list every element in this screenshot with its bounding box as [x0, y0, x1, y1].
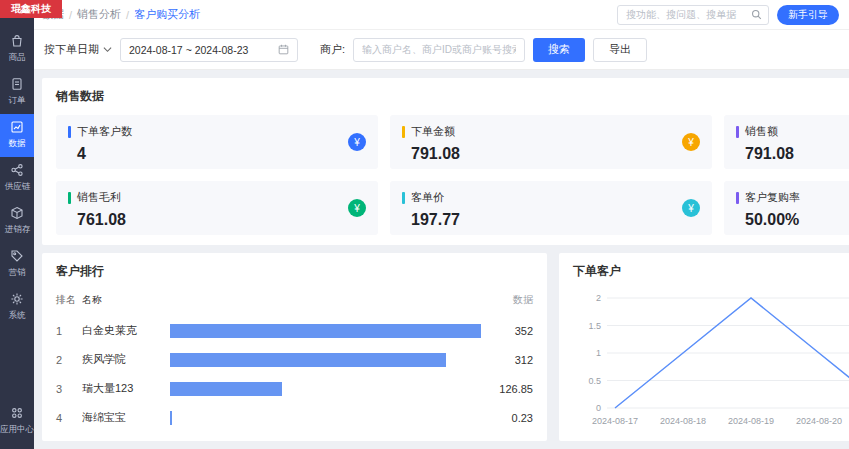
supply-icon: [10, 163, 24, 177]
ranking-col-rank: 排名: [56, 293, 82, 307]
breadcrumb-item[interactable]: 销售分析: [77, 7, 121, 22]
ranking-bar: [170, 382, 282, 396]
sidebar-item-label: 进销存: [4, 223, 30, 235]
sidebar-item-订单[interactable]: 订单: [0, 71, 34, 114]
ranking-row: 1白金史莱克352: [56, 316, 533, 345]
filter-bar: 按下单日期 2024-08-17 ~ 2024-08-23 商户: 搜索 导出: [34, 30, 849, 70]
sidebar-item-营销[interactable]: 营销: [0, 243, 34, 286]
logo: 琨鑫科技: [0, 0, 62, 18]
kpi-tile-header: 下单金额: [402, 124, 700, 139]
ranking-name: 海绵宝宝: [82, 410, 170, 425]
kpi-tile-header: 销售毛利: [68, 190, 366, 205]
order-icon: [10, 77, 24, 91]
sidebar-item-系统[interactable]: 系统: [0, 286, 34, 329]
kpi-tile-5: 客单价¥197.77: [390, 181, 712, 235]
sidebar-item-进销存[interactable]: 进销存: [0, 200, 34, 243]
sidebar-item-供应链[interactable]: 供应链: [0, 157, 34, 200]
kpi-label: 客单价: [411, 190, 444, 205]
inventory-icon: [10, 206, 24, 220]
date-range-input[interactable]: 2024-08-17 ~ 2024-08-23: [120, 38, 298, 62]
ranking-bar: [170, 411, 172, 425]
breadcrumb-separator: /: [126, 9, 129, 21]
sidebar-item-label: 订单: [8, 94, 25, 106]
global-search-input[interactable]: [624, 8, 751, 21]
kpi-tiles: 下单客户数¥4下单金额¥791.08销售额¥791.08销售毛利¥761.08客…: [56, 115, 849, 235]
ranking-col-name: 名称: [82, 293, 170, 307]
sidebar-item-数据[interactable]: 数据: [0, 114, 34, 157]
order-customers-title: 下单客户: [573, 263, 849, 280]
search-button[interactable]: 搜索: [533, 38, 585, 62]
sidebar-item-label: 商品: [8, 51, 25, 63]
avg-order-value-icon: ¥: [682, 199, 700, 217]
ranking-table-body: 1白金史莱克3522疾风学院3123瑞大量123126.854海绵宝宝0.23: [56, 316, 533, 432]
ranking-rank: 3: [56, 383, 82, 395]
ranking-table-header: 排名名称数据: [56, 290, 533, 316]
sales-data-card: 销售数据 下单客户数¥4下单金额¥791.08销售额¥791.08销售毛利¥76…: [42, 78, 849, 245]
kpi-accent-bar: [402, 192, 405, 204]
chart-xtick-label: 2024-08-19: [728, 416, 774, 426]
order-customers-card: 下单客户 00.511.522024-08-172024-08-182024-0…: [559, 253, 849, 441]
sidebar-item-label: 数据: [8, 137, 25, 149]
kpi-tile-header: 下单客户数: [68, 124, 366, 139]
kpi-label: 销售额: [745, 124, 778, 139]
kpi-label: 客户复购率: [745, 190, 800, 205]
sidebar-item-label: 营销: [8, 266, 25, 278]
customers-count-icon: ¥: [348, 133, 366, 151]
kpi-value: 791.08: [411, 145, 700, 163]
kpi-label: 销售毛利: [77, 190, 121, 205]
ranking-bar-track: [170, 324, 481, 338]
breadcrumb-separator: /: [69, 9, 72, 21]
ranking-value: 352: [481, 325, 533, 337]
chevron-down-icon: [103, 45, 112, 54]
search-icon[interactable]: [751, 9, 762, 20]
ranking-bar-track: [170, 353, 481, 367]
date-range-value: 2024-08-17 ~ 2024-08-23: [129, 44, 248, 56]
global-search-box[interactable]: [617, 5, 769, 25]
guide-button[interactable]: 新手引导: [777, 5, 839, 25]
ranking-row: 2疾风学院312: [56, 345, 533, 374]
main-area: 数据/销售分析/客户购买分析 新手引导 按下单日期 2024-08-17 ~ 2…: [34, 0, 849, 449]
apps-icon: [10, 406, 24, 420]
marketing-icon: [10, 249, 24, 263]
kpi-value: 50.00%: [745, 211, 849, 229]
system-icon: [10, 292, 24, 306]
chart-xtick-label: 2024-08-17: [592, 416, 638, 426]
ranking-name: 白金史莱克: [82, 323, 170, 338]
ranking-bar-track: [170, 411, 481, 425]
kpi-accent-bar: [402, 126, 405, 138]
chart-ytick-label: 0: [596, 403, 601, 413]
ranking-bar: [170, 353, 446, 367]
data-icon: [10, 120, 24, 134]
sidebar: 商品订单数据供应链进销存营销系统 应用中心: [0, 0, 34, 449]
kpi-accent-bar: [68, 126, 71, 138]
sidebar-item-label: 系统: [8, 309, 25, 321]
kpi-tile-header: 客单价: [402, 190, 700, 205]
date-type-select[interactable]: 按下单日期: [44, 42, 112, 57]
ranking-name: 疾风学院: [82, 352, 170, 367]
sidebar-nav: 商品订单数据供应链进销存营销系统: [0, 28, 34, 329]
ranking-value: 312: [481, 354, 533, 366]
sidebar-item-商品[interactable]: 商品: [0, 28, 34, 71]
chart-xtick-label: 2024-08-20: [796, 416, 842, 426]
export-button[interactable]: 导出: [593, 38, 647, 62]
kpi-tile-header: 客户复购率: [736, 190, 849, 205]
chart-ytick-label: 1: [596, 348, 601, 358]
kpi-label: 下单客户数: [77, 124, 132, 139]
gross-profit-icon: ¥: [348, 199, 366, 217]
order-amount-icon: ¥: [682, 133, 700, 151]
merchant-search-input[interactable]: [353, 38, 525, 62]
order-customers-line-chart: 00.511.522024-08-172024-08-182024-08-192…: [573, 290, 849, 432]
kpi-value: 4: [77, 145, 366, 163]
sidebar-item-应用中心[interactable]: 应用中心: [0, 400, 34, 443]
bottom-row: 客户排行 排名名称数据 1白金史莱克3522疾风学院3123瑞大量123126.…: [42, 253, 849, 441]
ranking-col-data: 数据: [513, 293, 533, 307]
ranking-rank: 4: [56, 412, 82, 424]
merchant-label: 商户:: [320, 42, 345, 57]
chart-ytick-label: 2: [596, 293, 601, 303]
ranking-row: 3瑞大量123126.85: [56, 374, 533, 403]
kpi-tile-6: 客户复购率%50.00%: [724, 181, 849, 235]
content-area: 销售数据 下单客户数¥4下单金额¥791.08销售额¥791.08销售毛利¥76…: [34, 70, 849, 449]
ranking-row: 4海绵宝宝0.23: [56, 403, 533, 432]
ranking-bar: [170, 324, 481, 338]
customer-ranking-card: 客户排行 排名名称数据 1白金史莱克3522疾风学院3123瑞大量123126.…: [42, 253, 547, 441]
